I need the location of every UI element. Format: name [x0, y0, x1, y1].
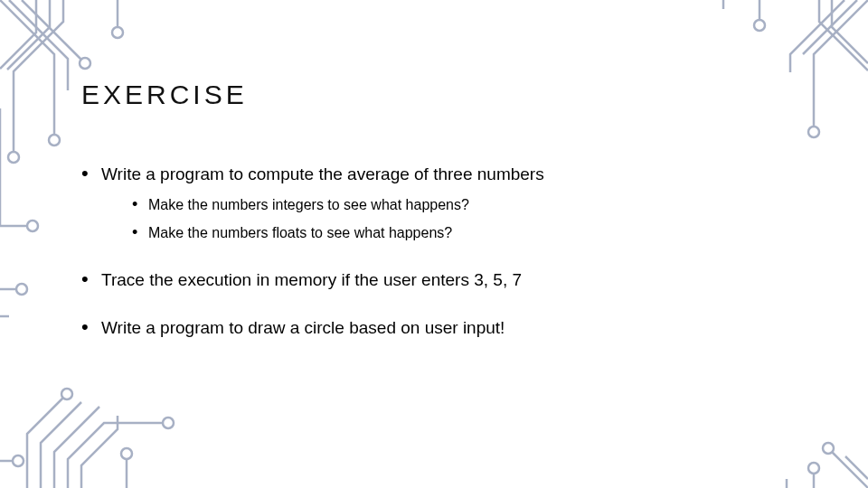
circuit-decoration-bottom-right: [760, 416, 868, 488]
svg-point-13: [808, 463, 819, 474]
bullet-sub-item-1: Make the numbers integers to see what ha…: [132, 195, 787, 215]
svg-point-0: [49, 135, 60, 145]
bullet-item-3: Write a program to draw a circle based o…: [81, 316, 787, 340]
svg-point-3: [27, 221, 38, 231]
bullet-sub-item-2: Make the numbers floats to see what happ…: [132, 223, 787, 243]
bullet-sub-item-1-text: Make the numbers integers to see what ha…: [148, 197, 469, 212]
svg-point-11: [13, 455, 24, 466]
svg-point-2: [8, 152, 19, 163]
slide: EXERCISE Write a program to compute the …: [0, 0, 868, 488]
bullet-item-3-text: Write a program to draw a circle based o…: [101, 318, 505, 337]
bullet-item-2-text: Trace the execution in memory if the use…: [101, 270, 522, 289]
svg-point-12: [823, 443, 834, 454]
svg-point-9: [163, 418, 174, 428]
bullet-item-1-text: Write a program to compute the average o…: [101, 164, 544, 183]
svg-point-1: [80, 58, 90, 69]
circuit-decoration-left-mid: [0, 280, 36, 334]
bullet-list: Write a program to compute the average o…: [81, 163, 787, 340]
bullet-sub-item-2-text: Make the numbers floats to see what happ…: [148, 225, 452, 240]
svg-point-6: [754, 20, 765, 31]
svg-point-5: [808, 127, 819, 137]
slide-title: EXERCISE: [81, 80, 248, 110]
svg-point-7: [16, 284, 27, 295]
bullet-item-1: Write a program to compute the average o…: [81, 163, 787, 243]
bullet-sub-list: Make the numbers integers to see what ha…: [101, 195, 787, 243]
bullet-item-2: Trace the execution in memory if the use…: [81, 268, 787, 292]
svg-point-10: [121, 448, 132, 459]
circuit-decoration-top-right: [687, 0, 868, 181]
svg-point-8: [61, 389, 72, 399]
circuit-decoration-bottom-left: [0, 380, 235, 488]
slide-content: Write a program to compute the average o…: [81, 163, 787, 365]
svg-point-4: [112, 27, 123, 38]
